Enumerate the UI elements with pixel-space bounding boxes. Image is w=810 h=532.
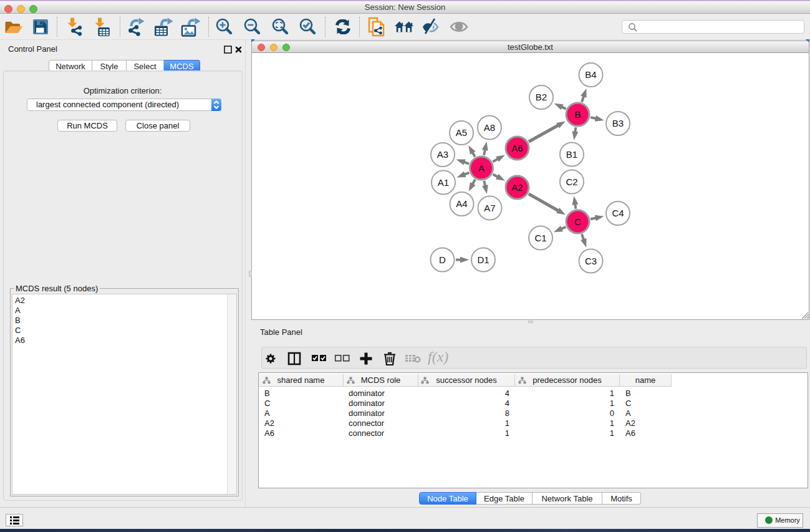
svg-text:D1: D1 <box>477 254 489 265</box>
svg-text:B4: B4 <box>585 69 596 80</box>
svg-text:C4: C4 <box>612 208 624 218</box>
svg-text:C3: C3 <box>585 256 597 266</box>
svg-text:A7: A7 <box>484 203 495 213</box>
svg-text:B3: B3 <box>612 118 624 128</box>
svg-text:A: A <box>478 163 485 173</box>
svg-text:A4: A4 <box>456 198 467 209</box>
svg-text:D: D <box>439 254 446 265</box>
svg-text:C2: C2 <box>566 177 577 187</box>
svg-text:A6: A6 <box>511 143 523 153</box>
svg-text:A8: A8 <box>484 122 495 133</box>
svg-text:A5: A5 <box>456 127 467 138</box>
svg-text:B: B <box>574 109 581 120</box>
svg-text:A2: A2 <box>511 182 523 193</box>
svg-text:C1: C1 <box>534 233 546 243</box>
svg-text:A3: A3 <box>437 149 448 160</box>
svg-text:B2: B2 <box>536 92 547 102</box>
svg-text:A1: A1 <box>438 177 449 188</box>
svg-text:B1: B1 <box>566 149 577 160</box>
svg-text:C: C <box>574 216 581 227</box>
